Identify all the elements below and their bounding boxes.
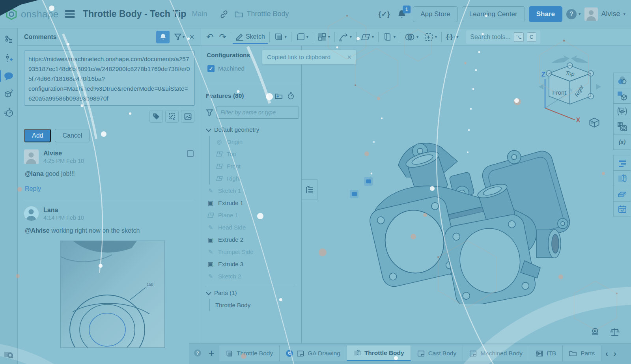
learning-cube-icon[interactable]: ? — [1, 87, 16, 102]
plane-caret-icon[interactable]: ▾ — [372, 35, 374, 39]
share-button[interactable]: Share — [529, 6, 562, 22]
view-options-cube-icon[interactable] — [588, 117, 600, 129]
search-tools-box[interactable]: Search tools... ⌥ C — [466, 30, 540, 44]
notifications-bell-icon[interactable]: 1 — [395, 7, 409, 21]
rollback-stopwatch-icon[interactable] — [285, 90, 297, 101]
view-cube[interactable]: Top Front Right Z X Y — [536, 54, 603, 123]
fillet-tool-button[interactable]: ▾ — [293, 30, 311, 44]
tab-ga-drawing[interactable]: ↻ GA Drawing — [280, 345, 347, 361]
sketch-tool-button[interactable]: Sketch — [233, 30, 268, 44]
insert-item-icon[interactable] — [1, 50, 16, 65]
tree-item-plane-1[interactable]: Plane 1 — [207, 209, 301, 221]
feature-filter-input[interactable] — [217, 106, 299, 119]
user-menu[interactable]: Alvise ▾ — [584, 7, 625, 21]
sheet-metal-icon[interactable] — [613, 186, 631, 202]
tag-icon[interactable] — [149, 110, 163, 123]
graphics-area[interactable]: Top Front Right Z X Y — [302, 46, 631, 364]
extrude-tool-button[interactable]: ▾ — [271, 30, 289, 44]
reply-link[interactable]: Reply — [25, 185, 41, 192]
boolean-caret-icon[interactable]: ▾ — [328, 35, 330, 39]
capture-area-icon[interactable] — [165, 110, 179, 123]
throttle-body-model[interactable] — [339, 127, 580, 304]
add-comment-button[interactable]: Add — [24, 129, 51, 142]
tree-item-front-plane[interactable]: Front — [215, 160, 301, 172]
tab-throttle-body-active[interactable]: Throttle Body — [347, 345, 411, 361]
zoom-window-icon[interactable] — [0, 351, 18, 359]
configuration-option-label[interactable]: Machined — [218, 65, 245, 72]
toast-close-icon[interactable]: × — [347, 54, 351, 61]
breadcrumb-folder[interactable]: Throttle Body — [235, 10, 289, 18]
tabs-scroll-right-icon[interactable]: › — [614, 349, 616, 358]
insert-image-icon[interactable] — [181, 110, 194, 123]
insert-new-tab-button[interactable]: + — [203, 345, 219, 360]
configuration-panel-icon[interactable] — [613, 88, 631, 104]
tree-item-right-plane[interactable]: Right — [215, 172, 301, 185]
tree-item-part-throttle-body[interactable]: Throttle Body — [215, 299, 301, 311]
comment-notifications-icon[interactable] — [156, 31, 170, 43]
featurescript-table-icon[interactable]: (x) — [613, 134, 631, 150]
collapse-feature-tree-handle[interactable] — [302, 179, 317, 200]
resolve-comment-checkbox[interactable] — [187, 150, 194, 157]
learning-center-button[interactable]: Learning Center — [462, 6, 525, 22]
undo-button[interactable]: ↶ — [203, 30, 216, 44]
tabs-scroll-left-icon[interactable]: ‹ — [605, 349, 608, 358]
model-comment-pin[interactable] — [350, 190, 358, 198]
transform-caret-icon[interactable]: ▾ — [435, 35, 437, 39]
intersect-tool-button[interactable]: ▾ — [402, 30, 421, 44]
fillet-caret-icon[interactable]: ▾ — [306, 35, 308, 39]
plane-tool-button[interactable]: ▾ — [358, 30, 377, 44]
versions-history-icon[interactable] — [1, 32, 16, 47]
tree-item-top-plane[interactable]: Top — [215, 148, 301, 160]
appearance-panel-icon[interactable] — [613, 73, 631, 88]
tab-throttle-body-part-studio[interactable]: Throttle Body — [219, 345, 280, 361]
tree-group-parts[interactable]: Parts (1) — [207, 287, 301, 299]
comments-close-icon[interactable]: × — [189, 33, 194, 41]
document-menu-icon[interactable] — [65, 10, 75, 18]
sweep-tool-button[interactable]: ▾ — [336, 30, 355, 44]
loft-tool-button[interactable]: ▾ — [380, 30, 398, 44]
tab-machined-body[interactable]: Machined Body — [463, 345, 529, 361]
new-folder-icon[interactable] — [273, 90, 285, 101]
tree-item-sketch-2[interactable]: ✎Sketch 2 — [207, 270, 301, 282]
comments-panel-icon[interactable] — [1, 69, 16, 84]
comment-filter-icon[interactable]: ▾ — [173, 31, 186, 43]
tree-item-trumpet-side[interactable]: ✎Trumpet Side — [207, 246, 301, 258]
tree-item-extrude-2[interactable]: ▣Extrude 2 — [207, 233, 301, 246]
comment-attachment-image[interactable]: 150 — [60, 241, 165, 348]
variables-tool-button[interactable]: {▫}↕ ▾ — [443, 30, 461, 44]
model-comment-pin[interactable] — [364, 177, 373, 186]
comment-draft-input[interactable]: https://midwestmachinetech.onshape.com/d… — [24, 50, 195, 106]
performance-stopwatch-icon[interactable] — [1, 105, 16, 120]
sweep-caret-icon[interactable]: ▾ — [350, 35, 352, 39]
named-views-icon[interactable] — [613, 103, 631, 119]
variables-caret-icon[interactable]: ▾ — [456, 35, 458, 39]
intersect-caret-icon[interactable]: ▾ — [416, 35, 418, 39]
mass-properties-scale-icon[interactable] — [610, 327, 620, 336]
tree-item-extrude-1[interactable]: ▣Extrude 1 — [207, 197, 301, 209]
parts-list-icon[interactable] — [613, 170, 631, 186]
tasks-calendar-icon[interactable] — [613, 201, 631, 217]
measure-tape-icon[interactable] — [590, 327, 601, 336]
tab-bar-help-icon[interactable]: ? — [192, 345, 203, 360]
copy-link-icon[interactable] — [217, 7, 231, 21]
cancel-comment-button[interactable]: Cancel — [55, 129, 90, 142]
configuration-checkbox[interactable]: ✓ — [207, 65, 215, 72]
tree-item-origin[interactable]: ◎Origin — [215, 136, 301, 148]
comment-mention[interactable]: @lana — [25, 170, 44, 177]
tree-item-extrude-3[interactable]: ▣Extrude 3 — [207, 258, 301, 270]
tree-group-default-geometry[interactable]: Default geometry — [207, 123, 301, 136]
tab-itb-video[interactable]: ITB — [529, 345, 563, 361]
help-menu[interactable]: ? ▾ — [566, 9, 581, 19]
boolean-tool-button[interactable]: ▾ — [315, 30, 333, 44]
onshape-brand[interactable]: onshape — [6, 8, 65, 20]
extrude-caret-icon[interactable]: ▾ — [285, 35, 287, 39]
tree-item-head-side[interactable]: ✎Head Side — [207, 221, 301, 233]
redo-button[interactable]: ↷ — [216, 30, 229, 44]
transform-tool-button[interactable]: ▾ — [421, 30, 440, 44]
tab-cast-body[interactable]: Cast Body — [411, 345, 463, 361]
app-store-button[interactable]: App Store — [413, 6, 458, 22]
bom-panel-icon[interactable] — [613, 155, 631, 171]
comment-mention[interactable]: @Alvise — [25, 227, 50, 234]
custom-tables-icon[interactable] — [613, 119, 631, 134]
loft-caret-icon[interactable]: ▾ — [394, 35, 396, 39]
